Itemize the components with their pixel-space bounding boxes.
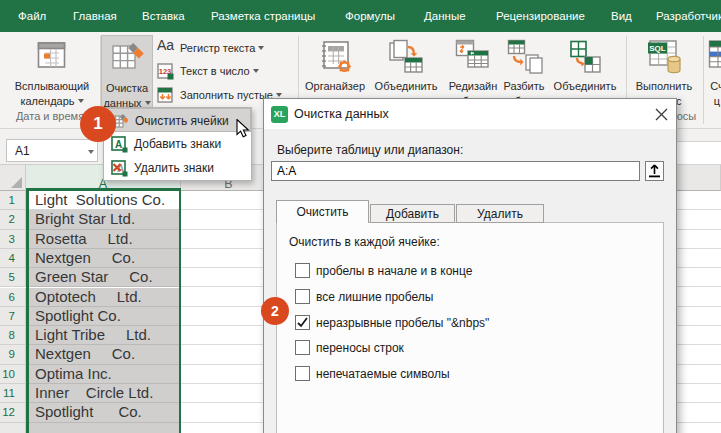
cell-a13[interactable] — [26, 423, 181, 433]
selection-border-left — [26, 191, 29, 433]
popup-calendar-label-text: календарь — [20, 95, 74, 107]
split-table-icon — [507, 39, 543, 75]
row-header-8[interactable]: 8 — [0, 326, 26, 345]
redesign-icon — [455, 39, 493, 75]
formula-input[interactable] — [677, 141, 721, 165]
name-box-value: A1 — [15, 144, 30, 158]
merge-sheets-button[interactable]: Объединить листы — [371, 34, 441, 108]
tab-review[interactable]: Рецензирование — [496, 0, 585, 32]
excel-window: Файл Главная Вставка Разметка страницы Ф… — [0, 0, 721, 433]
mouse-cursor-icon — [236, 119, 254, 139]
text-case-label: Регистр текста — [180, 40, 264, 56]
checkbox-label: все лишние пробелы — [316, 290, 433, 304]
fill-empty-icon — [157, 87, 174, 104]
menu-item-add-chars[interactable]: A Добавить знаки — [104, 132, 251, 156]
row-header-11[interactable]: 11 — [0, 384, 26, 403]
cell-a11[interactable]: Inner Circle Ltd. — [26, 384, 181, 403]
clean-data-button[interactable]: Очистка данных — [101, 35, 153, 108]
row-header-4[interactable]: 4 — [0, 249, 26, 268]
checkbox-extra-spaces[interactable] — [295, 289, 310, 304]
cell-a3[interactable]: Rosetta Ltd. — [26, 230, 181, 249]
dialog-section-label: Очистить в каждой ячейке: — [289, 235, 440, 249]
dialog-tab-clean[interactable]: Очистить — [276, 200, 369, 223]
checkbox-nonprintable-chars[interactable] — [295, 366, 310, 381]
cell-a8[interactable]: Light Tribe Ltd. — [26, 326, 181, 345]
tab-home[interactable]: Главная — [73, 0, 117, 32]
remove-chars-icon: A — [111, 160, 128, 177]
text-case-button[interactable]: Aa Регистр текста — [155, 40, 263, 58]
merge-sheets-icon — [388, 39, 424, 75]
text-to-number-button[interactable]: 123 Текст в число — [155, 63, 263, 81]
row-header-7[interactable]: 7 — [0, 307, 26, 326]
tab-formulas[interactable]: Формулы — [345, 0, 395, 32]
tab-page-layout[interactable]: Разметка страницы — [211, 0, 315, 32]
dialog-tab-remove[interactable]: Удалить — [456, 204, 544, 223]
row-header-3[interactable]: 3 — [0, 230, 26, 249]
tab-view[interactable]: Вид — [611, 0, 632, 32]
merge-data-icon — [568, 40, 602, 74]
cell-a12[interactable]: Spotlight Co. — [26, 403, 181, 422]
range-label: Выберите таблицу или диапазон: — [277, 143, 463, 157]
text-case-icon: Aa — [157, 37, 174, 53]
run-query-icon: SQL — [646, 39, 684, 75]
tab-file[interactable]: Файл — [18, 0, 46, 32]
counter-label-2: ц — [705, 94, 721, 108]
menu-item-clean-cells[interactable]: Очистить ячейки — [104, 108, 251, 132]
cell-a1[interactable]: Light Solutions Co. — [26, 191, 181, 210]
dialog-tab-add[interactable]: Добавить — [370, 204, 455, 223]
counter-icon — [708, 39, 721, 75]
cell-a9[interactable]: Nextgen Co. — [26, 345, 181, 364]
checkbox-label: неразрывные пробелы "&nbps" — [316, 316, 489, 330]
popup-calendar-label-1: Всплывающий — [4, 79, 100, 93]
row-header-9[interactable]: 9 — [0, 345, 26, 364]
cell-a2[interactable]: Bright Star Ltd. — [26, 210, 181, 229]
cell-a6[interactable]: Optotech Ltd. — [26, 288, 181, 307]
tab-insert[interactable]: Вставка — [142, 0, 185, 32]
clean-data-dialog: XL Очистка данных Выберите таблицу или д… — [263, 98, 677, 433]
run-query-button[interactable]: SQL Выполнить запрос — [631, 34, 697, 108]
split-table-button[interactable]: Разбить таблицу — [498, 34, 550, 108]
range-input[interactable]: A:A — [271, 161, 640, 181]
merge-data-button[interactable]: Объединить данные — [552, 34, 618, 108]
clean-data-dropdown-menu: Очистить ячейки A Добавить знаки A — [103, 107, 252, 181]
redesign-button[interactable]: Редизайн таблицы — [442, 34, 504, 108]
step-badge-1: 1 — [80, 106, 116, 142]
range-select-button[interactable] — [645, 161, 664, 181]
cell-a4[interactable]: Nextgen Co. — [26, 249, 181, 268]
counter-button[interactable]: Сч ц — [705, 34, 721, 108]
tab-developer[interactable]: Разработчик — [656, 0, 721, 32]
calendar-icon — [37, 41, 67, 69]
dialog-close-button[interactable] — [654, 107, 669, 122]
row-header-13[interactable] — [0, 423, 26, 433]
menu-item-remove-chars[interactable]: A Удалить знаки — [104, 156, 251, 180]
name-box[interactable]: A1 — [6, 139, 98, 162]
row-header-5[interactable]: 5 — [0, 268, 26, 287]
name-box-dropdown-icon[interactable] — [88, 150, 94, 154]
cell-a7[interactable]: Spotlight Co. — [26, 307, 181, 326]
select-all-corner[interactable] — [0, 165, 26, 191]
tab-data[interactable]: Данные — [424, 0, 466, 32]
row-header-2[interactable]: 2 — [0, 210, 26, 229]
svg-text:A: A — [115, 139, 122, 150]
xl-logo-icon: XL — [271, 106, 288, 123]
split-table-label-1: Разбить — [498, 79, 550, 93]
checkbox-leading-trailing-spaces[interactable] — [295, 263, 310, 278]
fill-empty-button[interactable]: Заполнить пустые — [155, 87, 265, 105]
redesign-label-1: Редизайн — [442, 79, 504, 93]
row-header-12[interactable]: 12 — [0, 403, 26, 422]
text-to-number-icon: 123 — [157, 63, 174, 80]
organizer-button[interactable]: Органайзер книг — [301, 34, 369, 108]
text-to-number-label: Текст в число — [180, 63, 259, 79]
checkbox-line-breaks[interactable] — [295, 340, 310, 355]
dialog-title-bar[interactable]: XL Очистка данных — [264, 99, 676, 129]
cell-a5[interactable]: Green Star Co. — [26, 268, 181, 287]
row-header-6[interactable]: 6 — [0, 288, 26, 307]
selection-border-right — [179, 191, 182, 433]
popup-calendar-button[interactable]: Всплывающий календарь — [4, 34, 100, 108]
cell-a10[interactable]: Optima Inc. — [26, 365, 181, 384]
text-case-label-text: Регистр текста — [180, 42, 255, 54]
row-header-10[interactable]: 10 — [0, 365, 26, 384]
checkbox-nonbreaking-spaces[interactable] — [295, 315, 310, 330]
dropdown-caret — [253, 69, 259, 73]
row-header-1[interactable]: 1 — [0, 191, 26, 210]
